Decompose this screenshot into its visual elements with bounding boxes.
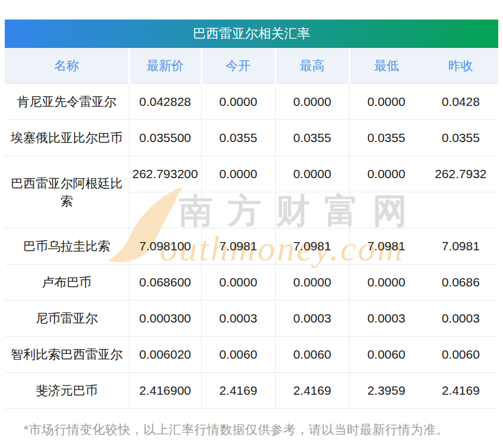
table-header: 名称最新价今开最高最低昨收: [5, 48, 498, 84]
rate-value: 0.0003: [275, 301, 349, 337]
currency-pair-name: 埃塞俄比亚比尔巴币: [5, 120, 129, 156]
rate-value: 0.0000: [201, 84, 275, 120]
currency-pair-name: 肯尼亚先令雷亚尔: [5, 84, 129, 120]
column-header: 昨收: [423, 48, 498, 84]
rate-value: 2.4169: [423, 373, 498, 409]
currency-pair-name: 尼币雷亚尔: [5, 301, 129, 337]
column-header: 今开: [201, 48, 275, 84]
empty-cell: [201, 192, 275, 228]
rate-value: 262.7932: [423, 156, 498, 192]
rate-value: 0.0000: [275, 156, 349, 192]
rate-value: 0.068600: [129, 265, 201, 301]
rate-value: 0.0060: [275, 337, 349, 373]
rate-value: 0.042828: [129, 84, 201, 120]
table-row: 智利比索巴西雷亚尔0.0060200.00600.00600.00600.006…: [5, 337, 498, 373]
currency-pair-name: 智利比索巴西雷亚尔: [5, 337, 129, 373]
rate-value: 7.0981: [275, 228, 349, 265]
column-header: 最新价: [129, 48, 201, 84]
rate-value: 262.793200: [129, 156, 201, 192]
rate-value: 0.000300: [129, 301, 201, 337]
empty-cell: [129, 192, 201, 228]
table-row: 巴西雷亚尔阿根廷比索262.7932000.00000.00000.000026…: [5, 156, 498, 192]
rate-value: 0.0686: [423, 265, 498, 301]
column-header: 最高: [275, 48, 349, 84]
column-header: 最低: [349, 48, 423, 84]
currency-pair-name: 卢布巴币: [5, 265, 129, 301]
rate-value: 2.4169: [201, 373, 275, 409]
currency-pair-name: 斐济元巴币: [5, 373, 129, 409]
rate-value: 0.0355: [201, 120, 275, 156]
table-row: 斐济元巴币2.4169002.41692.41692.39592.4169: [5, 373, 498, 409]
table-row: 卢布巴币0.0686000.00000.00000.00000.0686: [5, 265, 498, 301]
rate-value: 0.0000: [275, 84, 349, 120]
rate-value: 0.0355: [423, 120, 498, 156]
rate-value: 0.0060: [423, 337, 498, 373]
empty-cell: [423, 192, 498, 228]
rate-value: 0.0003: [423, 301, 498, 337]
rate-value: 7.0981: [423, 228, 498, 265]
table-body: 肯尼亚先令雷亚尔0.0428280.00000.00000.00000.0428…: [5, 84, 498, 409]
header-row: 名称最新价今开最高最低昨收: [5, 48, 498, 84]
rate-value: 0.0000: [201, 156, 275, 192]
rate-value: 0.0003: [201, 301, 275, 337]
rate-value: 0.0000: [275, 265, 349, 301]
rate-value: 2.4169: [275, 373, 349, 409]
rate-value: 0.0355: [349, 120, 423, 156]
empty-cell: [349, 192, 423, 228]
rate-value: 0.0000: [349, 265, 423, 301]
table-row: 尼币雷亚尔0.0003000.00030.00030.00030.0003: [5, 301, 498, 337]
table-title: 巴西雷亚尔相关汇率: [193, 25, 310, 43]
rate-value: 0.0060: [201, 337, 275, 373]
rate-value: 2.3959: [349, 373, 423, 409]
content: 巴西雷亚尔相关汇率 名称最新价今开最高最低昨收 肯尼亚先令雷亚尔0.042828…: [0, 0, 503, 438]
rates-table: 名称最新价今开最高最低昨收 肯尼亚先令雷亚尔0.0428280.00000.00…: [5, 48, 498, 409]
rate-value: 7.0981: [201, 228, 275, 265]
table-row: 巴币乌拉圭比索7.0981007.09817.09817.09817.0981: [5, 228, 498, 265]
rate-value: 0.0003: [349, 301, 423, 337]
rate-value: 0.0060: [349, 337, 423, 373]
rate-value: 0.0428: [423, 84, 498, 120]
rate-value: 7.098100: [129, 228, 201, 265]
rate-value: 0.0000: [201, 265, 275, 301]
page: 南方财富网 outhmoney.com 巴西雷亚尔相关汇率 名称最新价今开最高最…: [0, 0, 503, 448]
currency-pair-name: 巴西雷亚尔阿根廷比索: [5, 156, 129, 228]
empty-cell: [275, 192, 349, 228]
rate-value: 0.006020: [129, 337, 201, 373]
rate-value: 0.0000: [349, 84, 423, 120]
table-row: 肯尼亚先令雷亚尔0.0428280.00000.00000.00000.0428: [5, 84, 498, 120]
rate-value: 7.0981: [349, 228, 423, 265]
column-header: 名称: [5, 48, 129, 84]
disclaimer-note: *市场行情变化较快，以上汇率行情数据仅供参考，请以当时最新行情为准。: [24, 421, 498, 438]
rate-value: 0.035500: [129, 120, 201, 156]
currency-pair-name: 巴币乌拉圭比索: [5, 228, 129, 265]
rate-value: 0.0000: [349, 156, 423, 192]
table-title-bar: 巴西雷亚尔相关汇率: [5, 20, 498, 48]
table-row: 埃塞俄比亚比尔巴币0.0355000.03550.03550.03550.035…: [5, 120, 498, 156]
rate-value: 0.0355: [275, 120, 349, 156]
rate-value: 2.416900: [129, 373, 201, 409]
